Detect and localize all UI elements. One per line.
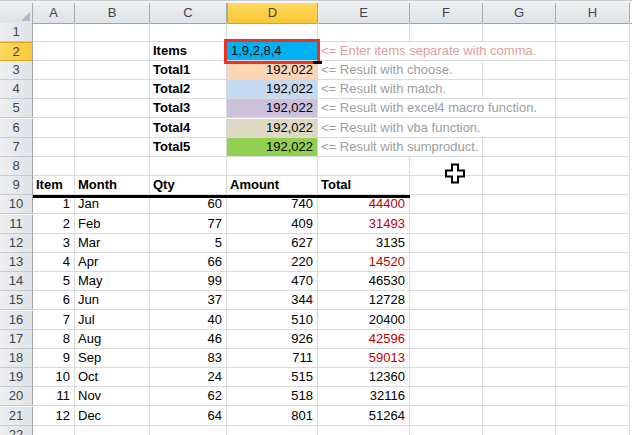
cell-H21[interactable] (556, 407, 630, 426)
cell-A1[interactable] (33, 23, 75, 42)
cell-A19[interactable]: 10 (33, 368, 75, 387)
cell-B5[interactable] (75, 99, 150, 118)
cell-C15[interactable]: 37 (150, 291, 227, 310)
cell-C6[interactable]: Total4 (150, 119, 227, 138)
cell-G4[interactable] (483, 80, 556, 99)
cell-B1[interactable] (75, 23, 150, 42)
cell-C22[interactable] (150, 426, 227, 435)
cell-A16[interactable]: 7 (33, 311, 75, 330)
cell-G13[interactable] (483, 253, 556, 272)
cell-C4[interactable]: Total2 (150, 80, 227, 99)
cell-E9[interactable]: Total (318, 176, 410, 195)
cell-E17[interactable]: 42596 (318, 330, 410, 349)
row-header-19[interactable]: 19 (0, 368, 33, 387)
cell-H11[interactable] (556, 215, 630, 234)
cell-A9[interactable]: Item (33, 176, 75, 195)
cell-E19[interactable]: 12360 (318, 368, 410, 387)
cell-C2[interactable]: Items (150, 42, 227, 61)
cell-F1[interactable] (410, 23, 483, 42)
cell-D15[interactable]: 344 (227, 291, 318, 310)
cell-H15[interactable] (556, 291, 630, 310)
cell-A2[interactable] (33, 42, 75, 61)
cell-E8[interactable] (318, 157, 410, 176)
cell-E21[interactable]: 51264 (318, 407, 410, 426)
cell-A3[interactable] (33, 61, 75, 80)
cell-G7[interactable] (483, 138, 556, 157)
cell-A20[interactable]: 11 (33, 387, 75, 406)
cell-E22[interactable] (318, 426, 410, 435)
row-header-6[interactable]: 6 (0, 119, 33, 138)
cell-F18[interactable] (410, 349, 483, 368)
cell-B3[interactable] (75, 61, 150, 80)
cell-G12[interactable] (483, 234, 556, 253)
cell-B9[interactable]: Month (75, 176, 150, 195)
cell-E11[interactable]: 31493 (318, 215, 410, 234)
cell-E10[interactable]: 44400 (318, 195, 410, 214)
cell-B21[interactable]: Dec (75, 407, 150, 426)
cell-G1[interactable] (483, 23, 556, 42)
cell-E15[interactable]: 12728 (318, 291, 410, 310)
cell-D5[interactable]: 192,022 (227, 99, 318, 118)
cell-D20[interactable]: 518 (227, 387, 318, 406)
cell-C8[interactable] (150, 157, 227, 176)
cell-A18[interactable]: 9 (33, 349, 75, 368)
cell-A10[interactable]: 1 (33, 195, 75, 214)
row-header-4[interactable]: 4 (0, 80, 33, 99)
column-header-A[interactable]: A (33, 3, 75, 23)
cell-C9[interactable]: Qty (150, 176, 227, 195)
cell-E14[interactable]: 46530 (318, 272, 410, 291)
row-header-5[interactable]: 5 (0, 99, 33, 118)
cell-F15[interactable] (410, 291, 483, 310)
cell-H16[interactable] (556, 311, 630, 330)
cell-C1[interactable] (150, 23, 227, 42)
cell-D17[interactable]: 926 (227, 330, 318, 349)
cell-F19[interactable] (410, 368, 483, 387)
cell-H22[interactable] (556, 426, 630, 435)
cell-G10[interactable] (483, 195, 556, 214)
column-header-E[interactable]: E (318, 3, 410, 23)
select-all-corner[interactable] (0, 3, 33, 23)
cell-A4[interactable] (33, 80, 75, 99)
cell-D22[interactable] (227, 426, 318, 435)
cell-A11[interactable]: 2 (33, 215, 75, 234)
cell-B10[interactable]: Jan (75, 195, 150, 214)
cell-C13[interactable]: 66 (150, 253, 227, 272)
cell-H5[interactable] (556, 99, 630, 118)
cell-G8[interactable] (483, 157, 556, 176)
cell-D2[interactable]: 1,9,2,8,4 (227, 42, 318, 61)
row-header-12[interactable]: 12 (0, 234, 33, 253)
row-header-3[interactable]: 3 (0, 61, 33, 80)
cell-H12[interactable] (556, 234, 630, 253)
cell-G14[interactable] (483, 272, 556, 291)
cell-E18[interactable]: 59013 (318, 349, 410, 368)
row-header-10[interactable]: 10 (0, 195, 33, 214)
cell-D9[interactable]: Amount (227, 176, 318, 195)
cell-G3[interactable] (483, 61, 556, 80)
cell-G18[interactable] (483, 349, 556, 368)
cell-H2[interactable] (556, 42, 630, 61)
cell-C14[interactable]: 99 (150, 272, 227, 291)
cell-G20[interactable] (483, 387, 556, 406)
column-header-H[interactable]: H (556, 3, 630, 23)
cell-D4[interactable]: 192,022 (227, 80, 318, 99)
cell-E12[interactable]: 3135 (318, 234, 410, 253)
cell-C10[interactable]: 60 (150, 195, 227, 214)
row-header-17[interactable]: 17 (0, 330, 33, 349)
cell-F10[interactable] (410, 195, 483, 214)
cell-B8[interactable] (75, 157, 150, 176)
row-header-21[interactable]: 21 (0, 407, 33, 426)
cell-E20[interactable]: 32116 (318, 387, 410, 406)
cell-H18[interactable] (556, 349, 630, 368)
cell-F17[interactable] (410, 330, 483, 349)
cell-B7[interactable] (75, 138, 150, 157)
row-header-14[interactable]: 14 (0, 272, 33, 291)
cell-A15[interactable]: 6 (33, 291, 75, 310)
cell-E4[interactable]: <= Result with match. (318, 80, 410, 99)
cell-E5[interactable]: <= Result with excel4 macro function. (318, 99, 410, 118)
cell-D13[interactable]: 220 (227, 253, 318, 272)
cell-G9[interactable] (483, 176, 556, 195)
cell-G11[interactable] (483, 215, 556, 234)
cell-A7[interactable] (33, 138, 75, 157)
cell-B13[interactable]: Apr (75, 253, 150, 272)
row-header-1[interactable]: 1 (0, 23, 33, 42)
